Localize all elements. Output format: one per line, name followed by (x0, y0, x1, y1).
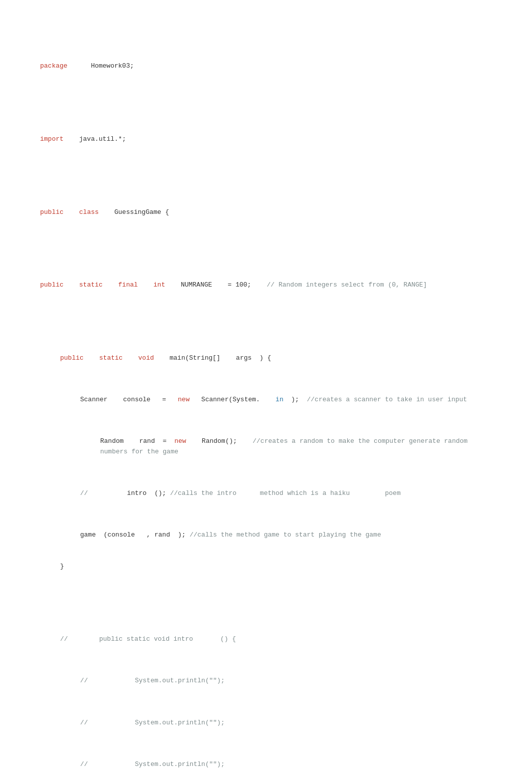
blank-line-1 (40, 93, 492, 103)
kw-new-1: new (178, 396, 189, 403)
class-line: public class GuessingGame { (40, 197, 492, 218)
comment-sysout-3: // System.out.println(""); (80, 760, 225, 768)
comment-game-text: //calls the method game to start playing… (189, 531, 381, 539)
commented-sysout-2: // System.out.println(""); (40, 707, 492, 728)
kw-public-2: public (40, 281, 64, 289)
blank-line-3 (40, 238, 492, 249)
kw-void-1: void (138, 354, 154, 362)
numrange-line: public static final int NUMRANGE = 100; … (40, 270, 492, 291)
game-call-line: game (console , rand ); //calls the meth… (40, 519, 492, 541)
comment-intro-text: //calls the intro method which is a haik… (170, 489, 400, 497)
blank-line-4 (40, 312, 492, 322)
code-editor: package Homework03; import java.util.*; … (40, 30, 492, 782)
main-method-line: public static void main(String[] args ) … (40, 343, 492, 364)
kw-in: in (276, 396, 284, 403)
kw-final: final (118, 281, 138, 289)
commented-intro-1: // public static void intro () { (40, 624, 492, 645)
comment-numrange: // Random integers select from (0, RANGE… (267, 281, 427, 289)
kw-public-1: public (40, 208, 64, 216)
kw-import: import (40, 135, 64, 143)
commented-sysout-3: // System.out.println(""); (40, 749, 492, 770)
comment-sysout-1: // System.out.println(""); (80, 677, 225, 684)
kw-public-3: public (60, 354, 84, 362)
close-brace-main: } (40, 562, 492, 572)
random-line: Random rand = new Random(); //creates a … (40, 426, 492, 457)
kw-static-1: static (79, 281, 103, 289)
kw-new-2: new (174, 437, 186, 445)
kw-class: class (79, 208, 99, 216)
comment-intro-slash: // (80, 489, 88, 497)
intro-call-line: // intro (); //calls the intro method wh… (40, 478, 492, 499)
scanner-line: Scanner console = new Scanner(System. in… (40, 384, 492, 405)
comment-intro-method: // public static void intro () { (60, 635, 236, 643)
import-line: import java.util.*; (40, 124, 492, 145)
kw-int-1: int (153, 281, 165, 289)
commented-sysout-1: // System.out.println(""); (40, 666, 492, 687)
kw-static-2: static (99, 354, 123, 362)
blank-line-5 (40, 593, 492, 603)
comment-scanner: //creates a scanner to take in user inpu… (307, 396, 467, 403)
kw-package: package (40, 62, 68, 70)
comment-random: //creates a random to make the computer … (100, 437, 471, 455)
comment-sysout-2: // System.out.println(""); (80, 719, 225, 726)
package-line: package Homework03; (40, 51, 492, 72)
blank-line-2 (40, 165, 492, 176)
